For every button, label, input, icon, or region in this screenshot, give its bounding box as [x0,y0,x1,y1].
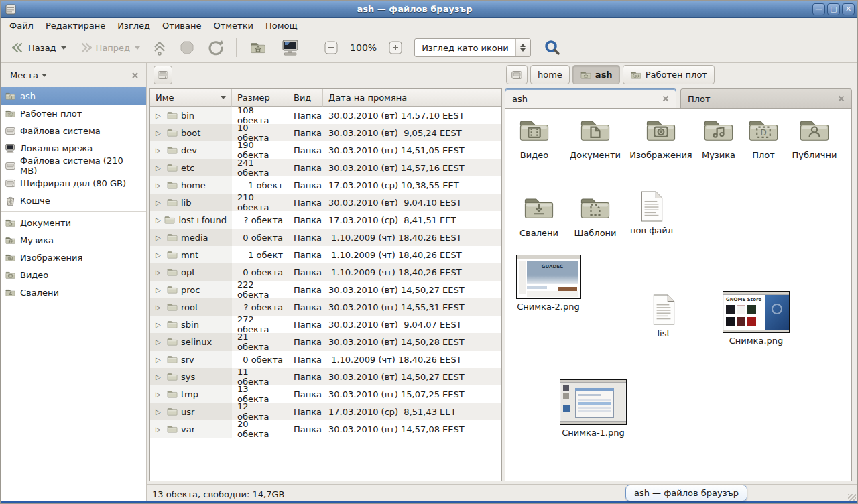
sidebar-item-локална-мрежа[interactable]: Локална мрежа [1,139,146,157]
table-row-opt[interactable]: ▷opt0 обектаПапка 1.10.2009 (чт) 18,40,2… [150,263,501,281]
stop-button[interactable] [174,36,200,59]
path-button-ash[interactable]: ash [572,65,620,84]
table-row-home[interactable]: ▷home1 обектПапка17.03.2010 (ср) 10,38,5… [150,176,501,194]
expander-icon[interactable]: ▷ [156,269,164,276]
icon-view-item-видео[interactable]: Видео [509,113,559,162]
table-row-sbin[interactable]: ▷sbin272 обектаПапка30.03.2010 (вт) 9,04… [150,316,501,333]
icon-view-item-list[interactable]: list [642,294,685,340]
expander-icon[interactable]: ▷ [156,199,164,206]
zoom-in-button[interactable] [383,37,408,58]
sidebar-item-изображения[interactable]: Изображения [1,249,146,266]
icon-view-item-документи[interactable]: Документи [564,113,626,162]
table-row-mnt[interactable]: ▷mnt1 обектПапка 1.10.2009 (чт) 18,40,26… [150,246,501,263]
icon-view-item-снимка-2-png[interactable]: GUADECСнимка-2.png [515,255,582,313]
sidebar-item-ash[interactable]: ash [1,87,146,105]
icon-view-item-снимка-png[interactable]: GNOME StoreСнимка.png [721,291,791,347]
sidebar-item-файлова-система[interactable]: Файлова система [1,122,146,139]
column-header-2[interactable]: Вид [288,89,323,107]
places-close-button[interactable] [129,69,141,81]
table-row-var[interactable]: ▷var20 обектаПапка30.03.2010 (вт) 14,57,… [150,420,501,438]
icon-view-item-музика[interactable]: Музика [694,113,743,162]
expander-icon[interactable]: ▷ [156,356,164,363]
back-button[interactable]: Назад [6,38,71,57]
expander-icon[interactable]: ▷ [156,251,164,259]
expander-icon[interactable]: ▷ [156,147,164,154]
expander-icon[interactable]: ▷ [156,234,164,241]
icon-view-item-изображения[interactable]: Изображения [627,113,694,162]
menu-помощ[interactable]: Помощ [259,19,304,32]
menu-редактиране[interactable]: Редактиране [40,19,111,32]
view-mode-spinner[interactable] [515,39,530,56]
table-row-sys[interactable]: ▷sys11 обектаПапка30.03.2010 (вт) 14,50,… [150,368,501,385]
icon-view-item-шаблони[interactable]: Шаблони [570,190,621,239]
places-selector[interactable]: Места [6,68,51,82]
column-header-0[interactable]: Име [150,89,232,107]
expander-icon[interactable]: ▷ [156,304,164,311]
path-button-Работен плот[interactable]: DРаботен плот [623,65,715,84]
sidebar-item-видео[interactable]: Видео [1,266,146,284]
expander-icon[interactable]: ▷ [156,164,164,172]
expander-icon[interactable]: ▷ [156,129,164,137]
tab-close-icon[interactable] [838,95,845,102]
icon-view-item-свалени[interactable]: Свалени [515,190,563,239]
table-row-boot[interactable]: ▷boot10 обектаПапка30.03.2010 (вт) 9,05,… [150,124,501,141]
table-row-root[interactable]: ▷root? обектаПапка30.03.2010 (вт) 14,55,… [150,298,501,316]
table-row-tmp[interactable]: ▷tmp13 обектаПапка30.03.2010 (вт) 15,07,… [150,385,501,403]
icon-view-item-снимка-1-png[interactable]: Снимка-1.png [559,379,627,439]
titlebar[interactable]: ash — файлов браузър — ▢ ✕ [1,1,857,18]
tree-root-button[interactable] [154,66,172,84]
expander-icon[interactable]: ▷ [156,286,164,294]
sidebar-item-документи[interactable]: Документи [1,214,146,231]
minimize-button[interactable]: — [812,3,825,15]
sidebar-item-кошче[interactable]: Кошче [1,192,146,209]
icon-view-item-нов-файл[interactable]: нов файл [625,190,678,237]
menu-файл[interactable]: Файл [3,19,40,32]
tab-плот[interactable]: Плот [680,88,852,108]
sidebar-item-файлова-система-210-mb-[interactable]: Файлова система (210 MB) [1,157,146,174]
table-row-usr[interactable]: ▷usr12 обектаПапка17.03.2010 (ср) 8,51,4… [150,403,501,420]
table-row-srv[interactable]: ▷srv0 обектаПапка 1.10.2009 (чт) 18,40,2… [150,351,501,368]
close-button[interactable]: ✕ [842,3,855,15]
search-button[interactable] [539,36,566,60]
menu-изглед[interactable]: Изглед [111,19,156,32]
expander-icon[interactable]: ▷ [156,426,164,433]
column-header-3[interactable]: Дата на промяна [323,89,501,107]
zoom-out-button[interactable] [319,37,343,58]
path-button-home[interactable]: home [530,65,570,84]
view-mode-select[interactable]: Изглед като икони [414,38,531,57]
back-history-caret[interactable] [61,46,66,50]
tab-close-icon[interactable] [662,95,669,102]
expander-icon[interactable]: ▷ [156,373,164,381]
reload-button[interactable] [202,36,229,60]
table-row-dev[interactable]: ▷dev190 обектаПапка30.03.2010 (вт) 14,51… [150,141,501,159]
computer-button[interactable] [275,36,305,60]
sidebar-item-свалени[interactable]: Свалени [1,284,146,301]
table-row-bin[interactable]: ▷bin108 обектаПапка30.03.2010 (вт) 14,57… [150,107,501,124]
expander-icon[interactable]: ▷ [156,112,164,119]
menu-отиване[interactable]: Отиване [156,19,207,32]
expander-icon[interactable]: ▷ [156,182,164,189]
menu-отметки[interactable]: Отметки [207,19,259,32]
table-row-proc[interactable]: ▷proc222 обектаПапка30.03.2010 (вт) 14,5… [150,281,501,298]
table-row-etc[interactable]: ▷etc241 обектаПапка30.03.2010 (вт) 14,57… [150,159,501,176]
tab-ash[interactable]: ash [505,88,676,108]
sidebar-item-шифриран-дял-80-gb-[interactable]: Шифриран дял (80 GB) [1,174,146,192]
expander-icon[interactable]: ▷ [156,391,164,398]
sidebar-item-работен-плот[interactable]: DРаботен плот [1,105,146,122]
path-button-root[interactable] [506,65,528,84]
forward-button[interactable]: Напред [74,38,145,57]
icon-view-item-плот[interactable]: DПлот [744,113,783,162]
table-row-lost+found[interactable]: ▷lost+found? обектаПапка17.03.2010 (ср) … [150,211,501,229]
sidebar-item-музика[interactable]: Музика [1,231,146,249]
expander-icon[interactable]: ▷ [156,338,164,346]
column-header-1[interactable]: Размер [232,89,288,107]
maximize-button[interactable]: ▢ [827,3,840,15]
icon-view-item-публични[interactable]: Публични [786,113,843,162]
table-row-selinux[interactable]: ▷selinux21 обектаПапка30.03.2010 (вт) 14… [150,333,501,351]
expander-icon[interactable]: ▷ [156,321,164,328]
table-row-lib[interactable]: ▷lib210 обектаПапка30.03.2010 (вт) 9,04,… [150,194,501,211]
expander-icon[interactable]: ▷ [156,408,164,416]
table-row-media[interactable]: ▷media0 обектаПапка 1.10.2009 (чт) 18,40… [150,229,501,246]
home-button[interactable] [243,36,273,60]
expander-icon[interactable]: ▷ [156,216,161,224]
